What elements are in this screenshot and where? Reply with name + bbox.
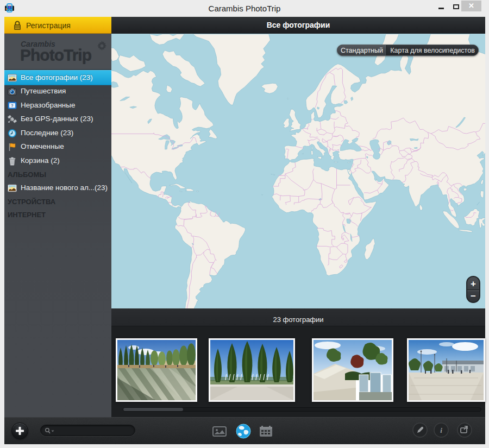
svg-text:i: i bbox=[440, 426, 442, 434]
svg-text:?: ? bbox=[11, 103, 13, 107]
